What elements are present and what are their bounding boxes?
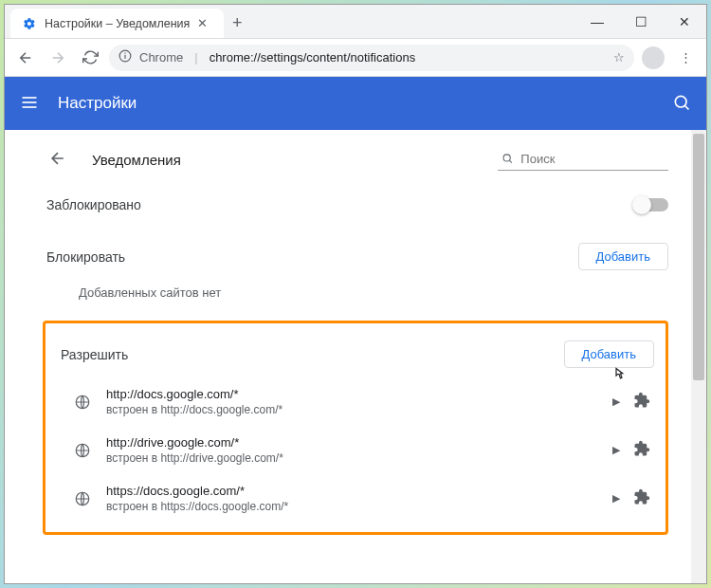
extension-icon[interactable] <box>633 440 650 460</box>
site-url: https://docs.google.com/* <box>106 484 599 498</box>
reload-button[interactable] <box>77 45 103 71</box>
blocked-row: Заблокировано <box>43 180 668 230</box>
allow-section-header: Разрешить Добавить <box>57 327 654 377</box>
allow-section-highlight: Разрешить Добавить http://docs.google.co… <box>43 321 668 535</box>
scrollbar-thumb[interactable] <box>693 134 704 380</box>
close-icon[interactable]: ✕ <box>197 16 212 30</box>
site-origin: встроен в https://docs.google.com/* <box>106 500 599 513</box>
block-add-button[interactable]: Добавить <box>578 243 668 270</box>
blocked-label: Заблокировано <box>46 197 634 212</box>
site-text: https://docs.google.com/*встроен в https… <box>106 484 599 513</box>
settings-header: Настройки <box>5 77 706 130</box>
address-bar[interactable]: Chrome | chrome://settings/content/notif… <box>109 45 634 71</box>
block-section-title: Блокировать <box>46 249 125 265</box>
url-origin: Chrome <box>139 50 183 64</box>
svg-point-8 <box>503 155 510 161</box>
url-path: chrome://settings/content/notifications <box>210 50 416 64</box>
toolbar: Chrome | chrome://settings/content/notif… <box>5 39 706 77</box>
site-url: http://docs.google.com/* <box>106 387 599 401</box>
page-title: Уведомления <box>92 152 181 168</box>
menu-button[interactable]: ⋮ <box>672 45 699 71</box>
settings-search-input[interactable] <box>520 152 665 166</box>
browser-window: Настройки – Уведомления ✕ + — ☐ ✕ Chrome… <box>4 4 707 584</box>
expand-arrow-icon[interactable]: ▶ <box>612 492 620 505</box>
header-search-icon[interactable] <box>672 93 691 115</box>
allow-section-title: Разрешить <box>61 347 128 362</box>
maximize-button[interactable]: ☐ <box>619 5 663 38</box>
globe-icon <box>72 488 93 509</box>
svg-line-9 <box>510 160 512 162</box>
bookmark-star-icon[interactable]: ☆ <box>613 50 625 64</box>
content-area: Уведомления Заблокировано Блокировать До… <box>5 130 706 583</box>
expand-arrow-icon[interactable]: ▶ <box>612 395 620 408</box>
extension-icon[interactable] <box>633 488 650 508</box>
globe-icon <box>72 392 93 413</box>
blocked-toggle[interactable] <box>634 198 668 211</box>
settings-search[interactable] <box>498 150 668 171</box>
titlebar: Настройки – Уведомления ✕ + — ☐ ✕ <box>5 5 706 39</box>
profile-avatar[interactable] <box>640 45 666 71</box>
site-origin: встроен в http://drive.google.com/* <box>106 451 599 465</box>
page-back-button[interactable] <box>43 143 73 176</box>
new-tab-button[interactable]: + <box>224 9 250 38</box>
allow-site-row[interactable]: http://drive.google.com/*встроен в http:… <box>57 426 654 474</box>
allow-site-row[interactable]: https://docs.google.com/*встроен в https… <box>57 474 654 523</box>
url-separator: | <box>194 50 197 64</box>
svg-rect-1 <box>124 55 125 59</box>
forward-button[interactable] <box>45 45 71 71</box>
allow-add-button[interactable]: Добавить <box>564 340 654 368</box>
svg-line-7 <box>685 105 689 109</box>
site-url: http://drive.google.com/* <box>106 435 599 450</box>
extension-icon[interactable] <box>633 392 650 412</box>
allow-site-row[interactable]: http://docs.google.com/*встроен в http:/… <box>57 377 654 426</box>
settings-title: Настройки <box>58 94 137 113</box>
window-controls: — ☐ ✕ <box>575 5 706 38</box>
close-window-button[interactable]: ✕ <box>663 5 706 38</box>
svg-point-6 <box>675 96 686 107</box>
search-icon <box>501 152 513 165</box>
site-info-icon[interactable] <box>118 49 132 65</box>
svg-rect-2 <box>124 53 125 54</box>
back-button[interactable] <box>12 45 39 71</box>
tab-title: Настройки – Уведомления <box>45 17 190 30</box>
gear-icon <box>22 16 37 31</box>
site-text: http://drive.google.com/*встроен в http:… <box>106 435 599 465</box>
vertical-scrollbar[interactable] <box>691 130 706 583</box>
block-section-header: Блокировать Добавить <box>43 230 668 280</box>
globe-icon <box>72 440 93 461</box>
browser-tab[interactable]: Настройки – Уведомления ✕ <box>10 9 224 38</box>
block-empty-message: Добавленных сайтов нет <box>43 280 668 315</box>
hamburger-icon[interactable] <box>20 93 39 115</box>
site-origin: встроен в http://docs.google.com/* <box>106 403 599 416</box>
site-text: http://docs.google.com/*встроен в http:/… <box>106 387 599 416</box>
expand-arrow-icon[interactable]: ▶ <box>612 444 620 456</box>
minimize-button[interactable]: — <box>575 5 619 38</box>
